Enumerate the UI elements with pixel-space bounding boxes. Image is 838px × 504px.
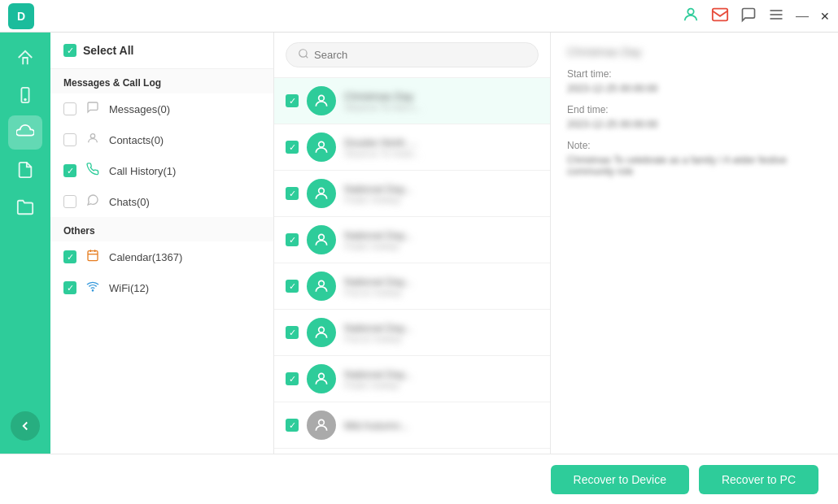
call-info-2: National Day... Public Holiday — [344, 183, 539, 205]
call-name-7: Mid Autumn... — [344, 419, 539, 432]
call-list-item[interactable]: Double Ninth ... Observe To Holid... — [274, 124, 550, 171]
svg-point-0 — [687, 8, 693, 14]
sidebar-item-messages[interactable]: Messages(0) — [50, 93, 273, 124]
close-icon[interactable]: ✕ — [820, 10, 830, 23]
item-checkbox-7[interactable] — [286, 419, 299, 432]
nav-backup[interactable] — [8, 115, 42, 150]
detail-title: Christmas Day — [567, 46, 822, 59]
call-sub-5: Pub.lic holiday — [344, 334, 539, 344]
call-icon — [85, 163, 101, 179]
svg-point-19 — [319, 280, 325, 286]
svg-point-6 — [24, 99, 26, 101]
bottom-bar: Recover to Device Recover to PC — [0, 454, 838, 504]
sidebar-item-calendar[interactable]: Calendar(1367) — [50, 241, 273, 272]
search-input[interactable] — [314, 49, 526, 61]
call-list-item[interactable]: National Day... Public holiday — [274, 217, 550, 263]
call-avatar-7 — [307, 411, 336, 440]
chats-checkbox[interactable] — [63, 195, 76, 208]
call-avatar-2 — [307, 179, 336, 208]
call-name-6: National Day... — [344, 368, 539, 380]
svg-rect-8 — [88, 251, 98, 261]
calendar-icon — [85, 249, 101, 265]
sidebar-item-wifi[interactable]: WiFi(12) — [50, 272, 273, 303]
call-name-4: National Day... — [344, 276, 539, 288]
nav-sidebar — [0, 33, 50, 454]
recover-to-pc-button[interactable]: Recover to PC — [699, 465, 818, 494]
call-list-item[interactable]: National Day... Pub.lic holiday — [274, 310, 550, 356]
section-header-others: Others — [50, 217, 273, 241]
contacts-checkbox[interactable] — [63, 133, 76, 146]
select-all-checkbox[interactable] — [63, 44, 76, 57]
sidebar-item-contacts[interactable]: Contacts(0) — [50, 124, 273, 155]
section-header-messages: Messages & Call Log — [50, 69, 273, 93]
item-checkbox-0[interactable] — [286, 94, 299, 107]
call-sub-0: Observe To Holi s... — [344, 102, 539, 112]
item-checkbox-1[interactable] — [286, 141, 299, 154]
sidebar-item-chats[interactable]: Chats(0) — [50, 186, 273, 217]
search-bar-row — [274, 33, 550, 78]
call-name-2: National Day... — [344, 183, 539, 195]
item-checkbox-4[interactable] — [286, 280, 299, 293]
call-avatar-3 — [307, 225, 336, 254]
call-avatar-0 — [307, 86, 336, 115]
call-avatar-6 — [307, 364, 336, 393]
call-sub-2: Public Holiday — [344, 195, 539, 205]
detail-start-value: 2023-12-25 00:00:00 — [567, 83, 822, 94]
call-info-5: National Day... Pub.lic holiday — [344, 322, 539, 344]
call-list-item[interactable]: Mid Autumn... — [274, 402, 550, 449]
chats-label: Chats(0) — [109, 196, 260, 208]
call-name-1: Double Ninth ... — [344, 137, 539, 149]
detail-note-label: Note: — [567, 140, 822, 151]
contacts-icon — [85, 132, 101, 148]
item-checkbox-5[interactable] — [286, 326, 299, 339]
call-list-item[interactable]: National Day... Pub.lic holiday — [274, 263, 550, 310]
back-button[interactable] — [11, 411, 40, 441]
right-detail-panel: Christmas Day Start time: 2023-12-25 00:… — [551, 33, 838, 454]
nav-files[interactable] — [8, 153, 42, 187]
nav-home[interactable] — [8, 41, 42, 75]
call-info-3: National Day... Public holiday — [344, 229, 539, 251]
detail-end-value: 2023-12-25 00:00:00 — [567, 119, 822, 130]
sidebar-item-call-history[interactable]: Call History(1) — [50, 155, 273, 186]
wifi-icon — [85, 280, 101, 296]
item-checkbox-2[interactable] — [286, 187, 299, 200]
minimize-icon[interactable]: — — [796, 9, 809, 24]
nav-phone[interactable] — [8, 78, 42, 112]
call-list-item[interactable]: National Day... Public Holiday — [274, 171, 550, 217]
call-info-0: Christmas Day Observe To Holi s... — [344, 90, 539, 112]
call-info-7: Mid Autumn... — [344, 419, 539, 432]
svg-point-22 — [319, 419, 325, 425]
item-checkbox-6[interactable] — [286, 372, 299, 385]
chat-icon — [85, 193, 101, 210]
item-checkbox-3[interactable] — [286, 233, 299, 246]
call-history-label: Call History(1) — [109, 165, 260, 177]
calendar-checkbox[interactable] — [63, 250, 76, 263]
detail-note-value: Christmas To celebrate as a family / A w… — [567, 154, 822, 177]
svg-rect-1 — [713, 8, 727, 20]
call-sub-6: Public holiday — [344, 380, 539, 390]
message-icon[interactable] — [740, 7, 757, 26]
call-list-item[interactable]: Christmas Day Observe To Holi s... — [274, 78, 550, 124]
detail-start-label: Start time: — [567, 68, 822, 80]
call-avatar-1 — [307, 133, 336, 162]
title-bar-right: — ✕ — [682, 6, 830, 27]
user-icon[interactable] — [682, 6, 700, 27]
call-info-6: National Day... Public holiday — [344, 368, 539, 390]
left-panel: Select All Messages & Call Log Messages(… — [50, 33, 274, 454]
select-all-row[interactable]: Select All — [50, 33, 273, 69]
call-info-1: Double Ninth ... Observe To Holid... — [344, 137, 539, 159]
svg-point-18 — [319, 234, 325, 240]
title-bar-left: D — [8, 3, 34, 29]
nav-folder[interactable] — [8, 190, 42, 224]
svg-point-7 — [90, 134, 94, 138]
call-list-item[interactable]: National Day... Public holiday — [274, 356, 550, 402]
middle-panel: Christmas Day Observe To Holi s... Doubl… — [274, 33, 551, 454]
mail-icon[interactable] — [711, 6, 729, 27]
recover-to-device-button[interactable]: Recover to Device — [551, 465, 689, 494]
messages-checkbox[interactable] — [63, 102, 76, 115]
wifi-checkbox[interactable] — [63, 281, 76, 294]
call-history-checkbox[interactable] — [63, 164, 76, 177]
search-icon — [298, 48, 309, 62]
call-name-0: Christmas Day — [344, 90, 539, 102]
menu-icon[interactable] — [768, 7, 784, 26]
